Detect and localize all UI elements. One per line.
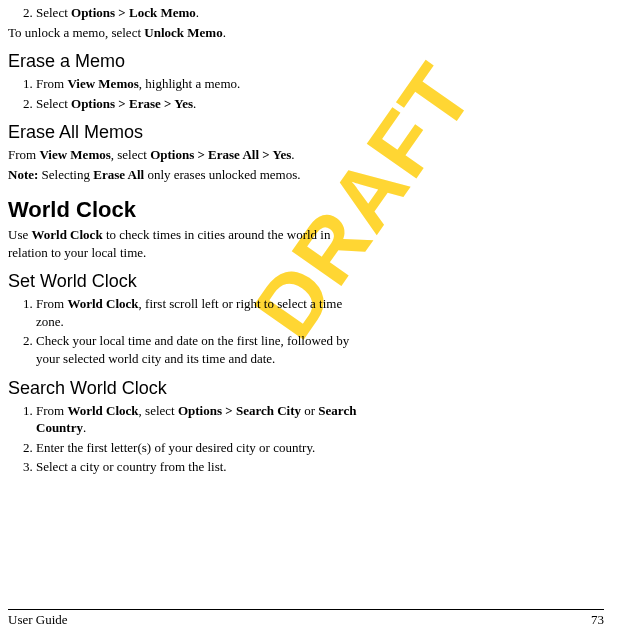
text-bold: View Memos	[67, 76, 138, 91]
text: .	[196, 5, 199, 20]
footer-left: User Guide	[8, 612, 68, 628]
heading-world-clock: World Clock	[8, 197, 368, 223]
list-item: Enter the first letter(s) of your desire…	[36, 439, 368, 457]
text-bold: World Clock	[67, 296, 138, 311]
text: only erases unlocked memos.	[144, 167, 300, 182]
text: .	[291, 147, 294, 162]
lock-memo-steps: Select Options > Lock Memo.	[8, 4, 368, 22]
text: .	[193, 96, 196, 111]
list-item: Select a city or country from the list.	[36, 458, 368, 476]
text: From	[8, 147, 39, 162]
footer-page-number: 73	[591, 612, 604, 628]
text: To unlock a memo, select	[8, 25, 144, 40]
text-bold: Erase All	[93, 167, 144, 182]
heading-erase-memo: Erase a Memo	[8, 51, 368, 72]
text: Select	[36, 96, 71, 111]
page-footer: User Guide 73	[8, 609, 604, 628]
heading-set-world-clock: Set World Clock	[8, 271, 368, 292]
text-bold: Options > Erase > Yes	[71, 96, 193, 111]
text-bold: Note:	[8, 167, 38, 182]
text-bold: View Memos	[39, 147, 110, 162]
world-clock-intro: Use World Clock to check times in cities…	[8, 226, 368, 261]
text: From	[36, 296, 67, 311]
text: From	[36, 76, 67, 91]
set-world-clock-steps: From World Clock, first scroll left or r…	[8, 295, 368, 367]
erase-all-note: Note: Selecting Erase All only erases un…	[8, 166, 368, 184]
erase-all-text: From View Memos, select Options > Erase …	[8, 146, 368, 164]
unlock-memo-note: To unlock a memo, select Unlock Memo.	[8, 24, 368, 42]
text: Select	[36, 5, 71, 20]
text: , select	[111, 147, 150, 162]
text: Use	[8, 227, 31, 242]
search-world-clock-steps: From World Clock, select Options > Searc…	[8, 402, 368, 476]
heading-erase-all: Erase All Memos	[8, 122, 368, 143]
text: , highlight a memo.	[139, 76, 240, 91]
list-item: From World Clock, first scroll left or r…	[36, 295, 368, 330]
text: From	[36, 403, 67, 418]
text: .	[83, 420, 86, 435]
text-bold: Options > Search City	[178, 403, 301, 418]
text-bold: Options > Erase All > Yes	[150, 147, 291, 162]
list-item: From View Memos, highlight a memo.	[36, 75, 368, 93]
text-bold: Unlock Memo	[144, 25, 222, 40]
erase-memo-steps: From View Memos, highlight a memo. Selec…	[8, 75, 368, 112]
text-bold: World Clock	[67, 403, 138, 418]
list-item: From World Clock, select Options > Searc…	[36, 402, 368, 437]
list-item: Select Options > Lock Memo.	[36, 4, 368, 22]
text: or	[301, 403, 318, 418]
text: .	[223, 25, 226, 40]
heading-search-world-clock: Search World Clock	[8, 378, 368, 399]
list-item: Check your local time and date on the fi…	[36, 332, 368, 367]
text: Selecting	[38, 167, 93, 182]
text-bold: Options > Lock Memo	[71, 5, 196, 20]
text-bold: World Clock	[31, 227, 102, 242]
text: , select	[139, 403, 178, 418]
list-item: Select Options > Erase > Yes.	[36, 95, 368, 113]
